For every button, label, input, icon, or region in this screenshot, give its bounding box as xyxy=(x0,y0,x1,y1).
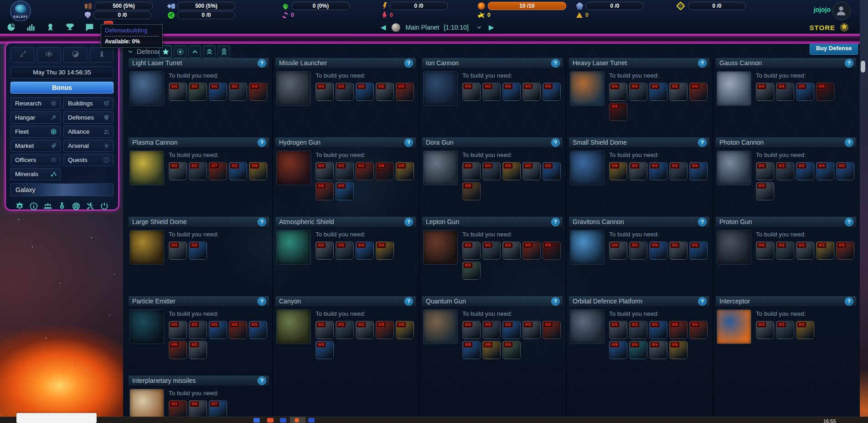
requirement-icon[interactable]: 0/2 xyxy=(336,321,354,339)
help-button[interactable]: ? xyxy=(258,138,266,147)
requirement-icon[interactable]: 0/6 xyxy=(669,341,687,359)
help-button[interactable]: ? xyxy=(845,218,853,226)
requirement-icon[interactable]: 0/4 xyxy=(756,83,774,101)
requirement-icon[interactable]: 0/6 xyxy=(315,182,334,200)
requirement-icon[interactable]: 0/2 xyxy=(649,321,667,339)
requirement-icon[interactable]: 0/6 xyxy=(756,241,774,260)
requirement-icon[interactable]: 0/2 xyxy=(669,83,687,101)
requirement-icon[interactable]: 0/2 xyxy=(756,162,774,180)
help-button[interactable]: ? xyxy=(845,138,853,147)
requirement-icon[interactable]: 0/2 xyxy=(315,321,334,339)
requirement-icon[interactable]: 0/5 xyxy=(836,241,854,260)
requirement-icon[interactable]: 0/2 xyxy=(649,162,667,180)
help-button[interactable]: ? xyxy=(698,138,707,147)
requirement-icon[interactable]: 0/2 xyxy=(315,241,334,260)
requirement-icon[interactable]: 0/2 xyxy=(629,241,647,260)
buy-defense-button[interactable]: Buy Defense xyxy=(810,44,858,55)
requirement-icon[interactable]: 0/5 xyxy=(376,321,394,339)
requirement-icon[interactable]: 0/4 xyxy=(689,162,708,180)
prev-planet-button[interactable]: ◀ xyxy=(381,21,386,34)
help-button[interactable]: ? xyxy=(845,297,853,306)
requirement-icon[interactable]: 0/2 xyxy=(315,83,334,101)
requirement-icon[interactable]: 0/5 xyxy=(522,241,541,260)
requirement-icon[interactable]: 0/4 xyxy=(356,241,374,260)
requirement-icon[interactable]: 0/2 xyxy=(336,241,354,260)
requirement-icon[interactable]: 0/8 xyxy=(462,182,480,200)
requirement-icon[interactable]: 0/4 xyxy=(609,83,627,101)
requirement-icon[interactable]: 0/4 xyxy=(462,321,480,339)
help-button[interactable]: ? xyxy=(258,59,266,68)
requirement-icon[interactable]: 0/5 xyxy=(669,321,687,339)
sidebar-item-minerals[interactable]: Minerals xyxy=(10,168,61,180)
defense-card[interactable]: Lepton Gun?To build you need:0/20/20/20/… xyxy=(422,217,563,296)
info-icon[interactable] xyxy=(29,202,38,211)
sidebar-item-officers[interactable]: Officers xyxy=(10,154,61,166)
defense-card[interactable]: Missile Launcher?To build you need:0/20/… xyxy=(275,58,416,137)
taskbar-app-icon[interactable] xyxy=(280,418,286,423)
requirement-icon[interactable]: 0/5 xyxy=(189,400,207,417)
requirement-icon[interactable]: 0/7 xyxy=(209,400,227,417)
sidebar-action-eye[interactable] xyxy=(37,47,61,63)
defense-thumbnail[interactable] xyxy=(717,71,751,106)
requirement-icon[interactable]: 0/6 xyxy=(482,341,501,359)
requirement-icon[interactable]: 0/3 xyxy=(249,83,267,101)
requirement-icon[interactable]: 0/2 xyxy=(542,83,561,101)
requirement-icon[interactable]: 0/6 xyxy=(169,341,187,359)
requirement-icon[interactable]: 0/2 xyxy=(609,103,627,121)
sidebar-item-hangar[interactable]: Hangar xyxy=(10,111,61,124)
requirement-icon[interactable]: 0/2 xyxy=(796,162,814,180)
requirement-icon[interactable]: 0/6 xyxy=(376,162,394,180)
requirement-icon[interactable]: 0/4 xyxy=(482,162,501,180)
defense-thumbnail[interactable] xyxy=(129,389,164,417)
avatar[interactable] xyxy=(832,2,851,20)
requirement-icon[interactable]: 0/5 xyxy=(396,321,414,339)
defense-card[interactable]: Gravitons Cannon?To build you need:0/40/… xyxy=(569,217,709,296)
requirement-icon[interactable]: 0/2 xyxy=(689,241,708,260)
requirement-icon[interactable]: 0/2 xyxy=(609,321,627,339)
defense-card[interactable]: Gauss Cannon?To build you need:0/40/60/5… xyxy=(716,58,856,137)
requirement-icon[interactable]: 0/6 xyxy=(502,162,521,180)
help-button[interactable]: ? xyxy=(404,59,413,68)
requirement-icon[interactable]: 0/2 xyxy=(189,321,207,339)
taskbar-app-icon[interactable] xyxy=(308,418,315,423)
requirement-icon[interactable]: 0/2 xyxy=(796,241,814,260)
header-gearstar-button[interactable] xyxy=(174,45,186,58)
requirement-icon[interactable]: 0/2 xyxy=(189,341,207,359)
defense-card[interactable]: Small Shield Dome?To build you need:0/60… xyxy=(569,137,709,217)
requirement-icon[interactable]: 0/4 xyxy=(462,162,480,180)
defense-card[interactable]: Ion Cannon?To build you need:0/40/20/20/… xyxy=(422,58,563,137)
defense-card[interactable]: Plasma Cannon?To build you need:0/20/20/… xyxy=(129,137,269,217)
defense-thumbnail[interactable] xyxy=(129,151,164,185)
requirement-icon[interactable]: 0/2 xyxy=(249,321,267,339)
requirement-icon[interactable]: 0/3 xyxy=(315,341,334,359)
requirement-icon[interactable]: 0/2 xyxy=(522,321,541,339)
requirement-icon[interactable]: 0/2 xyxy=(669,162,687,180)
people3-icon[interactable] xyxy=(43,202,52,211)
trophy-icon[interactable] xyxy=(65,22,75,32)
sidebar-item-fleet[interactable]: Fleet xyxy=(10,125,61,138)
sidebar-item-defenses[interactable]: Defenses xyxy=(63,111,114,124)
requirement-icon[interactable]: 0/2 xyxy=(796,321,814,339)
requirement-icon[interactable]: 0/2 xyxy=(189,162,207,180)
defense-thumbnail[interactable] xyxy=(570,71,604,106)
requirement-icon[interactable]: 0/2 xyxy=(189,241,207,260)
sidebar-item-quests[interactable]: Quests xyxy=(63,154,114,166)
defense-card[interactable]: Dora Gun?To build you need:0/40/40/60/20… xyxy=(422,137,563,217)
taskbar-search-box[interactable] xyxy=(16,413,97,423)
store-button[interactable]: STORE xyxy=(808,21,852,34)
header-chev1-button[interactable] xyxy=(188,45,201,58)
requirement-icon[interactable]: 0/2 xyxy=(776,321,794,339)
defense-thumbnail[interactable] xyxy=(276,309,311,344)
requirement-icon[interactable]: 0/2 xyxy=(649,83,667,101)
defense-thumbnail[interactable] xyxy=(717,309,751,344)
requirement-icon[interactable]: 0/2 xyxy=(462,241,480,260)
requirement-icon[interactable]: 0/2 xyxy=(209,83,227,101)
requirement-icon[interactable]: 0/2 xyxy=(189,83,207,101)
requirement-icon[interactable]: 0/6 xyxy=(609,162,627,180)
help-button[interactable]: ? xyxy=(404,297,413,306)
defense-thumbnail[interactable] xyxy=(570,309,604,344)
requirement-icon[interactable]: 0/2 xyxy=(336,162,354,180)
power-icon[interactable] xyxy=(100,202,109,211)
defense-card[interactable]: Photon Cannon?To build you need:0/20/20/… xyxy=(716,137,856,217)
defense-thumbnail[interactable] xyxy=(717,151,751,185)
